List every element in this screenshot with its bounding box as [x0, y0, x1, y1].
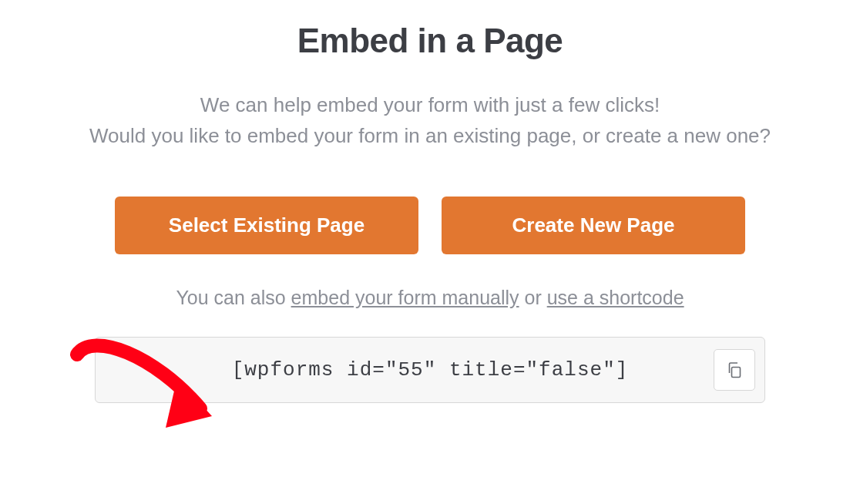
text-fragment: or — [519, 287, 547, 308]
dialog-title: Embed in a Page — [297, 22, 563, 60]
copy-icon — [725, 361, 744, 379]
use-shortcode-link[interactable]: use a shortcode — [547, 287, 684, 308]
button-row: Select Existing Page Create New Page — [115, 197, 745, 254]
copy-shortcode-button[interactable] — [714, 349, 755, 391]
svg-rect-0 — [732, 367, 741, 377]
subtitle-line: Would you like to embed your form in an … — [89, 124, 771, 147]
embed-manually-link[interactable]: embed your form manually — [291, 287, 519, 308]
dialog-subtitle: We can help embed your form with just a … — [89, 89, 771, 152]
select-existing-page-button[interactable]: Select Existing Page — [115, 197, 418, 254]
subtitle-line: We can help embed your form with just a … — [200, 93, 660, 116]
embed-dialog: Embed in a Page We can help embed your f… — [0, 0, 860, 403]
text-fragment: You can also — [176, 287, 291, 308]
shortcode-text: [wpforms id="55" title="false"] — [232, 358, 629, 381]
shortcode-box: [wpforms id="55" title="false"] — [95, 337, 765, 403]
create-new-page-button[interactable]: Create New Page — [442, 197, 745, 254]
secondary-options-text: You can also embed your form manually or… — [176, 287, 684, 309]
